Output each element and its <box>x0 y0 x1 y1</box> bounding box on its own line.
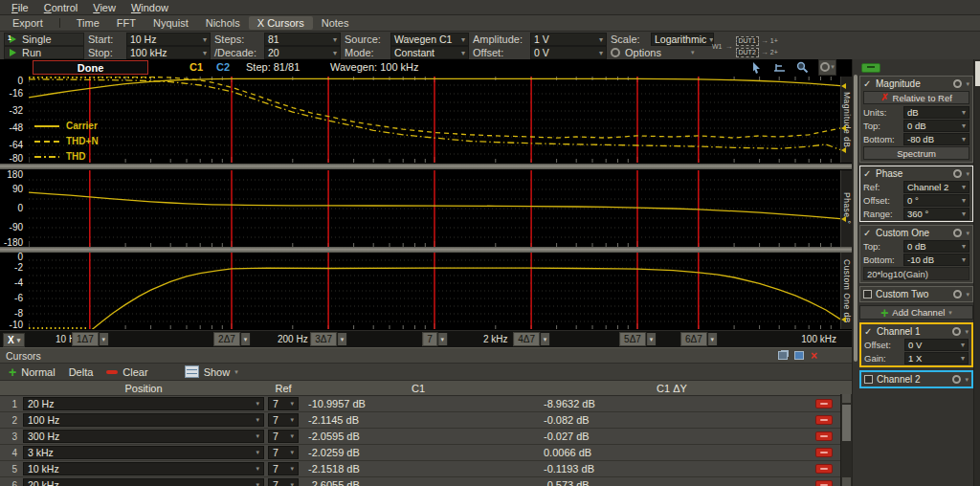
cursor-ref-select[interactable]: 7▾ <box>268 446 299 459</box>
menu-window[interactable]: Window <box>123 2 176 13</box>
tab-fft[interactable]: FFT <box>108 16 145 30</box>
menu-view[interactable]: View <box>85 2 123 13</box>
chevron-down-icon[interactable]: ▾ <box>438 333 447 345</box>
cursor-remove-button[interactable] <box>815 464 833 474</box>
show-cursors-button[interactable]: Show ▾ <box>185 365 238 378</box>
chevron-down-icon[interactable]: ▾ <box>966 170 969 178</box>
phase-offset-select[interactable]: 0 ° <box>903 194 969 207</box>
chevron-down-icon[interactable]: ▾ <box>966 80 969 88</box>
relative-to-ref-button[interactable]: ✗ Relative to Ref <box>863 91 969 104</box>
gear-icon[interactable] <box>953 79 962 88</box>
offset-select[interactable]: 0 V <box>530 46 607 59</box>
chevron-down-icon[interactable]: ▾ <box>965 328 969 336</box>
custom-two-panel-header[interactable]: Custom Two ▾ <box>861 288 971 300</box>
curve-edge-handle[interactable] <box>841 83 846 89</box>
chevron-down-icon[interactable]: ▾ <box>966 230 969 237</box>
chevron-down-icon[interactable]: ▾ <box>708 333 717 345</box>
chevron-down-icon[interactable]: ▾ <box>965 376 969 384</box>
magnitude-checkbox[interactable]: ✓ <box>863 79 872 88</box>
chevron-down-icon[interactable]: ▾ <box>966 291 969 298</box>
cursor-ref-select[interactable]: 7▾ <box>268 413 299 427</box>
float-panel-icon[interactable] <box>778 351 788 360</box>
cursor-remove-button[interactable] <box>815 431 833 441</box>
scroll-down-button[interactable] <box>842 477 851 486</box>
magnitude-bottom-select[interactable]: -80 dB <box>903 133 969 145</box>
mode-select[interactable]: Constant <box>390 46 469 59</box>
options-button[interactable]: Options ▾ <box>611 47 714 58</box>
single-button[interactable]: 1 Single <box>4 33 84 46</box>
gear-icon[interactable] <box>953 229 962 237</box>
close-icon[interactable]: × <box>811 351 817 361</box>
measure-cursors-icon[interactable] <box>772 60 787 74</box>
plot-settings-gear-icon[interactable]: ▾ <box>818 59 836 76</box>
cursor-handle-label[interactable]: 2Δ7 <box>213 332 240 346</box>
phase-plot[interactable]: 180900-90-180 Phase ° <box>0 170 852 247</box>
tab-notes[interactable]: Notes <box>313 16 358 30</box>
channel1-indicator[interactable]: C1 <box>189 61 203 73</box>
curve-edge-handle[interactable] <box>841 216 846 222</box>
gear-icon[interactable] <box>952 375 961 384</box>
add-channel-button[interactable]: + Add Channel ▾ <box>859 305 973 320</box>
magnitude-panel-header[interactable]: ✓ Magnitude ▾ <box>861 77 971 90</box>
tab-nyquist[interactable]: Nyquist <box>145 16 197 30</box>
cursor-handle-27[interactable]: 2Δ7▾ <box>213 333 250 345</box>
steps-select[interactable]: 81 <box>264 33 341 46</box>
phase-ref-select[interactable]: Channel 2 <box>903 181 969 193</box>
cursor-position-select[interactable]: 20 Hz▾ <box>23 397 264 410</box>
custom-formula-field[interactable]: 20*log10(Gain) <box>863 267 969 280</box>
curve-edge-handle[interactable] <box>841 125 846 131</box>
add-normal-cursor-button[interactable]: + Normal <box>9 366 56 378</box>
cursor-handle-7[interactable]: 7▾ <box>422 333 447 345</box>
cursor-handle-label[interactable]: 3Δ7 <box>310 332 337 346</box>
spectrum-button[interactable]: Spectrum <box>863 146 969 160</box>
chevron-down-icon[interactable]: ▾ <box>647 333 656 345</box>
zoom-icon[interactable] <box>795 60 810 74</box>
custom-one-panel-header[interactable]: ✓ Custom One ▾ <box>861 227 971 239</box>
gear-icon[interactable] <box>953 169 962 178</box>
cursor-ref-select[interactable]: 7▾ <box>268 462 299 475</box>
menu-control[interactable]: Control <box>36 2 85 13</box>
chevron-down-icon[interactable]: ▾ <box>241 333 250 345</box>
magnitude-canvas[interactable] <box>29 77 840 163</box>
cursor-position-select[interactable]: 300 Hz▾ <box>23 430 264 443</box>
run-button[interactable]: Run <box>4 46 84 59</box>
per-decade-select[interactable]: 20 <box>264 46 341 59</box>
gear-icon[interactable] <box>953 290 962 298</box>
cursor-select-icon[interactable] <box>749 60 764 74</box>
cursor-remove-button[interactable] <box>815 415 833 425</box>
cursor-remove-button[interactable] <box>815 448 833 457</box>
channel1-panel-header[interactable]: ✓ Channel 1 ▾ <box>862 325 970 338</box>
cursors-titlebar[interactable]: Cursors × <box>0 348 852 364</box>
magnitude-plot[interactable]: 0-16-32-48-64-80 Carrier THD+N THD Magni… <box>0 77 852 163</box>
tab-x-cursors[interactable]: X Cursors <box>249 16 313 30</box>
custom-top-select[interactable]: 0 dB <box>903 240 969 253</box>
cursor-position-select[interactable]: 3 kHz▾ <box>23 446 264 459</box>
source-select[interactable]: Wavegen C1 <box>390 33 469 46</box>
scale-select[interactable]: Logarithmic <box>651 33 714 46</box>
cursor-handle-label[interactable]: 5Δ7 <box>619 332 646 346</box>
custom-two-checkbox[interactable] <box>863 290 872 298</box>
menu-file[interactable]: File <box>4 2 36 13</box>
custom-bottom-select[interactable]: -10 dB <box>903 254 969 266</box>
cursor-ref-select[interactable]: 7▾ <box>268 397 299 410</box>
custom-one-canvas[interactable] <box>29 253 840 329</box>
chevron-down-icon[interactable]: ▾ <box>541 333 549 345</box>
x-axis-button[interactable]: X▾ <box>3 333 25 347</box>
custom-one-checkbox[interactable]: ✓ <box>863 229 872 237</box>
cursor-handle-17[interactable]: 1Δ7▾ <box>72 333 108 345</box>
phase-checkbox[interactable]: ✓ <box>863 169 872 178</box>
plot-splitter[interactable] <box>0 164 852 169</box>
cursor-position-select[interactable]: 10 kHz▾ <box>23 462 264 475</box>
stop-frequency-select[interactable]: 100 kHz <box>126 46 211 59</box>
curve-edge-handle[interactable] <box>841 147 846 153</box>
tab-time[interactable]: Time <box>68 16 108 30</box>
add-delta-cursor-button[interactable]: Delta <box>69 366 94 378</box>
sidebar-scrollbar[interactable] <box>854 75 858 362</box>
phase-range-select[interactable]: 360 ° <box>903 208 969 220</box>
channel2-checkbox[interactable] <box>864 375 873 384</box>
start-frequency-select[interactable]: 10 Hz <box>126 33 211 46</box>
phase-canvas[interactable] <box>29 170 840 247</box>
cursor-remove-button[interactable] <box>815 480 833 486</box>
tab-export[interactable]: Export <box>4 16 52 30</box>
channel1-offset-select[interactable]: 0 V <box>904 339 969 351</box>
